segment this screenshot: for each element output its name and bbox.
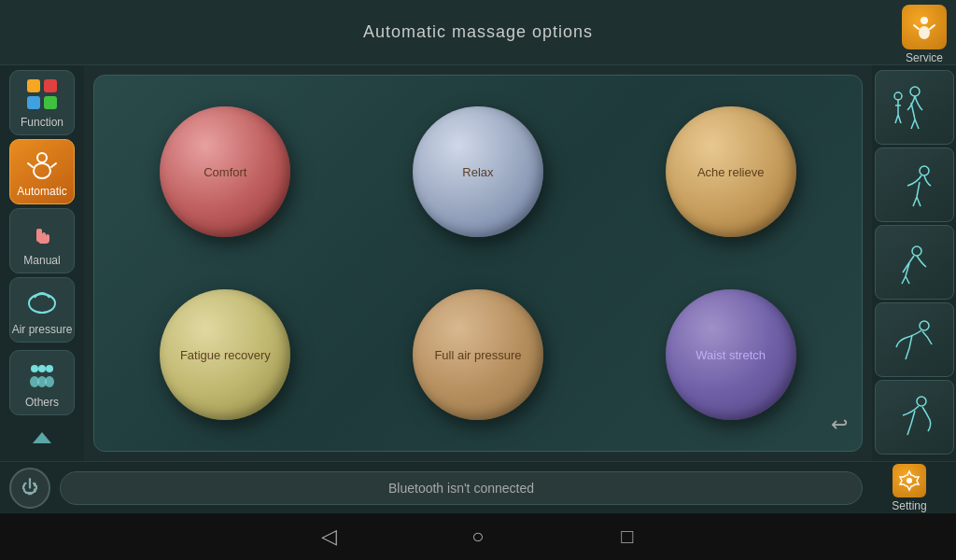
svg-point-14 — [31, 365, 38, 372]
air-pressure-icon — [24, 284, 60, 319]
svg-line-2 — [914, 25, 919, 29]
function-label: Function — [21, 116, 63, 129]
setting-button[interactable]: Setting — [872, 464, 947, 512]
manual-icon — [24, 215, 60, 250]
svg-line-3 — [930, 25, 935, 29]
svg-point-22 — [894, 92, 902, 100]
svg-point-1 — [919, 26, 930, 39]
back-arrow-icon[interactable]: ↩ — [831, 413, 848, 437]
svg-rect-4 — [27, 79, 40, 92]
massage-option-waist-stretch[interactable]: Waist stretch — [666, 289, 796, 420]
svg-point-21 — [910, 87, 920, 96]
svg-point-26 — [917, 397, 926, 406]
massage-option-comfort[interactable]: Comfort — [160, 106, 290, 237]
setting-icon — [893, 464, 926, 497]
svg-point-15 — [38, 365, 46, 372]
massage-option-ache-relieve[interactable]: Ache relieve — [666, 106, 796, 237]
service-button[interactable]: Service — [902, 5, 947, 64]
power-button[interactable]: ⏻ — [9, 468, 50, 509]
svg-rect-12 — [36, 229, 40, 242]
massage-grid-container: Comfort Relax Ache relieve Fatigue recov… — [93, 75, 863, 452]
right-sidebar — [872, 65, 956, 461]
automatic-label: Automatic — [17, 185, 66, 198]
svg-rect-7 — [44, 96, 57, 109]
svg-point-9 — [34, 163, 50, 178]
nav-bar: ◁ ○ □ — [0, 513, 956, 560]
sidebar-item-automatic[interactable]: Automatic — [9, 139, 75, 204]
svg-rect-5 — [44, 79, 57, 92]
nav-home-button[interactable]: ○ — [459, 518, 497, 555]
sidebar-item-others[interactable]: Others — [9, 350, 75, 415]
function-icon — [24, 77, 60, 112]
others-label: Others — [25, 396, 59, 409]
manual-label: Manual — [23, 254, 60, 267]
sidebar-item-air-pressure[interactable]: Air pressure — [9, 277, 75, 343]
right-posture-5[interactable] — [875, 380, 954, 455]
bluetooth-status: Bluetooth isn't connected — [60, 471, 863, 505]
right-posture-4[interactable] — [875, 302, 954, 377]
automatic-icon — [24, 146, 60, 181]
svg-point-27 — [907, 478, 912, 483]
nav-back-button[interactable]: ◁ — [310, 518, 347, 555]
air-pressure-label: Air pressure — [12, 323, 73, 336]
top-bar: Automatic massage options Service — [0, 0, 956, 65]
service-label: Service — [906, 51, 943, 64]
svg-point-16 — [46, 365, 53, 372]
right-posture-1[interactable] — [875, 70, 954, 145]
nav-recent-button[interactable]: □ — [609, 518, 646, 555]
massage-grid: Comfort Relax Ache relieve Fatigue recov… — [113, 94, 843, 432]
sidebar-item-manual[interactable]: Manual — [9, 208, 75, 273]
sidebar-up-arrow[interactable] — [9, 419, 75, 456]
setting-label: Setting — [892, 499, 926, 512]
massage-option-relax[interactable]: Relax — [413, 106, 543, 237]
bottom-bar: ⏻ Bluetooth isn't connected Setting — [0, 461, 956, 513]
svg-line-10 — [28, 163, 33, 167]
left-sidebar: Function Automatic Manual — [0, 65, 84, 461]
svg-point-25 — [920, 321, 929, 330]
page-title: Automatic massage options — [363, 22, 593, 42]
others-icon — [24, 357, 60, 392]
massage-option-full-air-pressure[interactable]: Full air pressure — [413, 289, 543, 420]
sidebar-item-function[interactable]: Function — [9, 70, 75, 135]
svg-line-11 — [51, 163, 56, 167]
massage-option-fatigue-recovery[interactable]: Fatigue recovery — [160, 289, 290, 420]
svg-marker-20 — [33, 432, 51, 443]
service-icon — [902, 5, 947, 49]
main-layout: Function Automatic Manual — [0, 65, 956, 461]
power-icon: ⏻ — [21, 478, 38, 497]
svg-point-19 — [45, 376, 54, 387]
svg-point-0 — [921, 17, 928, 24]
svg-rect-6 — [27, 96, 40, 109]
svg-point-23 — [920, 166, 929, 175]
svg-point-24 — [912, 246, 921, 256]
svg-point-8 — [37, 153, 47, 162]
right-posture-3[interactable] — [875, 225, 954, 300]
center-content: Comfort Relax Ache relieve Fatigue recov… — [84, 65, 872, 461]
right-posture-2[interactable] — [875, 147, 954, 222]
